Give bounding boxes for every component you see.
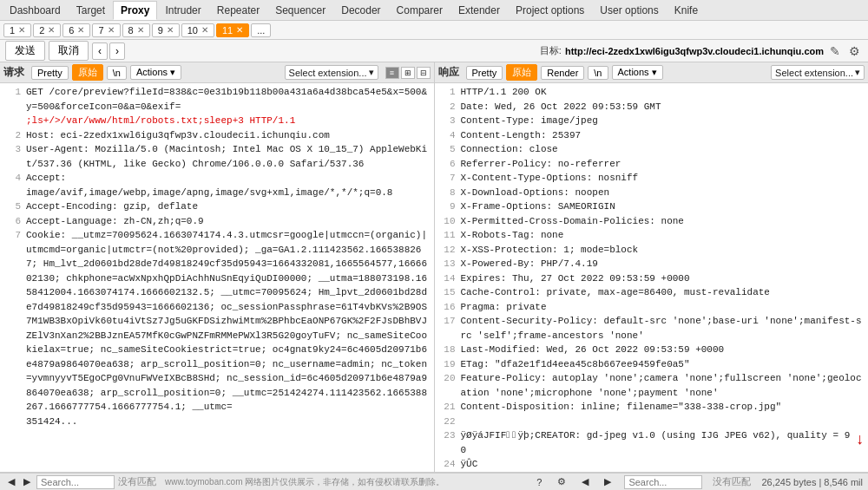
cancel-button[interactable]: 取消 xyxy=(49,41,89,61)
next-button[interactable]: › xyxy=(109,42,125,60)
target-settings-icon[interactable]: ⚙ xyxy=(846,44,863,58)
view-icon-split[interactable]: ⊟ xyxy=(417,67,431,79)
table-row: 3User-Agent: Mozilla/5.0 (Macintosh; Int… xyxy=(0,142,434,171)
action-bar: 发送 取消 ‹ › 目标: http://eci-2zedx1xwl6igu3q… xyxy=(0,40,868,62)
table-row: 1HTTP/1.1 200 OK xyxy=(435,85,869,100)
table-row: 4Accept: xyxy=(0,171,434,186)
table-row: image/avif,image/webp,image/apng,image/s… xyxy=(0,186,434,200)
tab-sequencer[interactable]: Sequencer xyxy=(267,1,333,20)
table-row: 16Pragma: private xyxy=(435,300,869,315)
num-tab-6[interactable]: 6 ✕ xyxy=(62,23,90,37)
table-row: 5Accept-Encoding: gzip, deflate xyxy=(0,199,434,214)
line-text: Host: eci-2zedx1xwl6igu3qfwp3v.cloudeci1… xyxy=(26,128,431,143)
response-actions-btn[interactable]: Actions ▾ xyxy=(612,65,663,80)
target-info: 目标: http://eci-2zedx1xwl6igu3qfwp3v.clou… xyxy=(540,44,863,58)
table-row: 351424... xyxy=(0,415,434,429)
response-select-extension[interactable]: Select extension... ▾ xyxy=(771,65,865,80)
tab-intruder[interactable]: Intruder xyxy=(157,1,208,20)
request-tab-newline[interactable]: \n xyxy=(107,66,127,80)
line-text: Date: Wed, 26 Oct 2022 09:53:59 GMT xyxy=(461,100,865,114)
num-tabs-bar: 1 ✕ 2 ✕ 6 ✕ 7 ✕ 8 ✕ 9 ✕ 10 ✕ 11 ✕ ... xyxy=(0,21,868,40)
target-url: http://eci-2zedx1xwl6igu3qfwp3v.cloudeci… xyxy=(565,46,824,56)
response-content[interactable]: 1HTTP/1.1 200 OK2Date: Wed, 26 Oct 2022 … xyxy=(435,83,869,472)
line-text: 351424... xyxy=(26,415,431,429)
request-panel: 请求 Pretty 原始 \n Actions ▾ Select extensi… xyxy=(0,62,435,472)
table-row: 7X-Content-Type-Options: nosniff xyxy=(435,171,869,186)
request-content[interactable]: 1GET /core/preview?fileId=838&c=0e31b19b… xyxy=(0,83,434,472)
prev-button[interactable]: ‹ xyxy=(92,42,108,60)
status-right: ? ⚙ ◀ ▶ 没有匹配 26,245 bytes | 8,546 mil xyxy=(534,475,863,489)
status-prev-right-btn[interactable]: ◀ xyxy=(579,476,591,487)
table-row: 2Date: Wed, 26 Oct 2022 09:53:59 GMT xyxy=(435,100,869,114)
send-button[interactable]: 发送 xyxy=(5,41,45,61)
line-text: Content-Length: 25397 xyxy=(461,128,865,143)
table-row: 9X-Frame-Options: SAMEORIGIN xyxy=(435,199,869,214)
response-tab-newline[interactable]: \n xyxy=(588,66,608,80)
request-panel-header: 请求 Pretty 原始 \n Actions ▾ Select extensi… xyxy=(0,62,434,83)
request-tab-pretty[interactable]: Pretty xyxy=(31,66,69,80)
view-icon-grid[interactable]: ⊞ xyxy=(401,67,415,79)
line-text: X-Download-Options: noopen xyxy=(461,186,865,200)
response-panel: 响应 Pretty 原始 Render \n Actions ▾ Select … xyxy=(435,62,869,472)
tab-comparer[interactable]: Comparer xyxy=(389,1,450,20)
request-tab-raw[interactable]: 原始 xyxy=(72,64,103,81)
table-row: 15Cache-Control: private, max-age=86400,… xyxy=(435,285,869,300)
table-row: 11X-Robots-Tag: none xyxy=(435,228,869,243)
status-next-right-btn[interactable]: ▶ xyxy=(602,476,614,487)
num-tab-more[interactable]: ... xyxy=(251,23,271,37)
request-actions-btn[interactable]: Actions ▾ xyxy=(130,65,181,80)
edit-target-icon[interactable]: ✎ xyxy=(827,44,843,58)
response-tab-raw[interactable]: 原始 xyxy=(506,64,537,81)
table-row: 8X-Download-Options: noopen xyxy=(435,186,869,200)
tab-user-options[interactable]: User options xyxy=(592,1,666,20)
red-arrow-indicator: ↓ xyxy=(855,428,865,457)
response-ext-label: Select extension... xyxy=(775,68,853,78)
table-row: 23ÿØÿáJFIF ÿþ;CREATOR: gd-jpeg v1.0 (us… xyxy=(435,428,869,457)
top-nav: Dashboard Target Proxy Intruder Repeater… xyxy=(0,0,868,21)
status-prev-btn[interactable]: ◀ xyxy=(5,476,17,487)
help-icon[interactable]: ? xyxy=(534,477,544,487)
request-view-icons: ≡ ⊞ ⊟ xyxy=(385,67,431,79)
no-match-right: 没有匹配 xyxy=(713,475,751,488)
tab-knife[interactable]: Knife xyxy=(667,1,706,20)
status-left: ◀ ▶ 没有匹配 www.toymoban.com 网络图片仅供展示，非存储，如… xyxy=(5,475,450,489)
tab-target[interactable]: Target xyxy=(69,1,113,20)
line-text: ;ls+/>/var/www/html/robots.txt;sleep+3 H… xyxy=(26,114,431,128)
request-select-extension[interactable]: Select extension... ▾ xyxy=(285,65,378,80)
response-tab-render[interactable]: Render xyxy=(541,66,584,80)
line-text: Referrer-Policy: no-referrer xyxy=(461,157,865,172)
response-tab-pretty[interactable]: Pretty xyxy=(466,66,503,80)
line-text: image/avif,image/webp,image/apng,image/s… xyxy=(26,186,431,200)
num-tab-11[interactable]: 11 ✕ xyxy=(216,23,249,37)
table-row: 24ÿÛC xyxy=(435,457,869,472)
status-next-btn[interactable]: ▶ xyxy=(21,476,33,487)
num-tab-9[interactable]: 9 ✕ xyxy=(152,23,180,37)
search-input-right[interactable] xyxy=(624,475,702,489)
num-tab-1[interactable]: 1 ✕ xyxy=(3,23,31,37)
line-text xyxy=(461,415,865,429)
table-row: 4Content-Length: 25397 xyxy=(435,128,869,143)
tab-decoder[interactable]: Decoder xyxy=(333,1,388,20)
num-tab-2[interactable]: 2 ✕ xyxy=(33,23,61,37)
line-text: Content-Security-Policy: default-src 'no… xyxy=(461,314,865,343)
num-tab-7[interactable]: 7 ✕ xyxy=(92,23,120,37)
tab-repeater[interactable]: Repeater xyxy=(209,1,267,20)
request-label: 请求 xyxy=(3,65,24,80)
table-row: 20Feature-Policy: autoplay 'none';camera… xyxy=(435,371,869,400)
settings-icon[interactable]: ⚙ xyxy=(555,476,569,487)
line-text: Feature-Policy: autoplay 'none';camera '… xyxy=(461,371,865,400)
num-tab-8[interactable]: 8 ✕ xyxy=(122,23,150,37)
tab-dashboard[interactable]: Dashboard xyxy=(2,1,69,20)
num-tab-10[interactable]: 10 ✕ xyxy=(181,23,214,37)
tab-project-options[interactable]: Project options xyxy=(508,1,592,20)
view-icon-list[interactable]: ≡ xyxy=(385,67,399,79)
response-label: 响应 xyxy=(438,65,459,80)
table-row: 19ETag: "dfa2e1f1d4eea45c8b667ee9459fe0a… xyxy=(435,357,869,372)
line-text: X-Powered-By: PHP/7.4.19 xyxy=(461,257,865,271)
tab-extender[interactable]: Extender xyxy=(450,1,508,20)
tab-proxy[interactable]: Proxy xyxy=(113,1,157,20)
table-row: 5Connection: close xyxy=(435,142,869,157)
search-input-left[interactable] xyxy=(36,475,115,489)
line-text: X-XSS-Protection: 1; mode=block xyxy=(461,243,865,258)
table-row: 14Expires: Thu, 27 Oct 2022 09:53:59 +00… xyxy=(435,271,869,286)
